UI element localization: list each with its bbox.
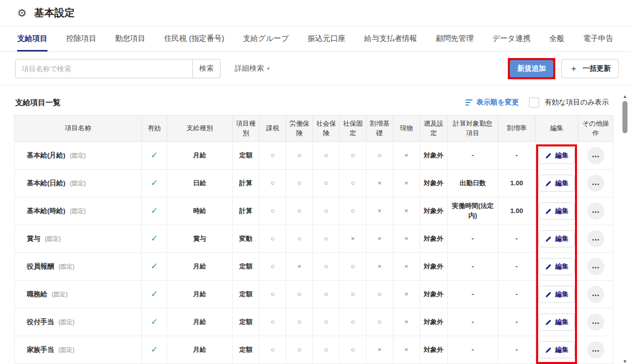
item-name: 役員報酬 [27, 263, 54, 270]
shaho-fixed-cell: ○ [340, 336, 366, 364]
scroll-up-icon[interactable]: ▲ [621, 94, 628, 99]
retroactive-cell: 対象外 [420, 142, 448, 170]
tab-item[interactable]: 電子申告 [583, 26, 613, 51]
tab-item[interactable]: 勤怠項目 [115, 26, 145, 51]
tab-item[interactable]: 支給項目 [17, 26, 47, 51]
edit-button[interactable]: 編集 [539, 147, 575, 164]
search-button[interactable]: 検索 [192, 59, 221, 78]
check-icon: ✓ [142, 170, 167, 197]
item-name: 家族手当 [27, 346, 54, 353]
taxable-cell: ○ [259, 142, 286, 170]
item-type-cell: 変動 [233, 225, 259, 253]
item-fixed-tag: (固定) [51, 291, 68, 298]
edit-button[interactable]: 編集 [539, 286, 575, 303]
tab-item[interactable]: 控除項目 [66, 26, 96, 51]
toolbar: 検索 詳細検索 ▾ 新規追加 ＋ 一括更新 [0, 52, 631, 85]
more-actions-button[interactable] [587, 175, 604, 192]
retroactive-cell: 対象外 [420, 281, 448, 308]
table-row: 役員報酬 (固定) ✓ 月給 定額 ○ × ○ ○ × × 対象外 - - 編集 [15, 253, 613, 281]
shaho-fixed-cell: ○ [340, 308, 366, 336]
tab-item[interactable]: 支給グループ [243, 26, 289, 51]
vertical-scrollbar[interactable]: ▲ ▼ [621, 94, 628, 364]
pencil-icon [545, 152, 552, 159]
edit-button[interactable]: 編集 [539, 175, 575, 192]
labor-insurance-cell: ○ [286, 281, 313, 308]
retroactive-cell: 対象外 [420, 170, 448, 197]
premium-rate-cell: 1.00 [498, 170, 536, 197]
tab-item[interactable]: 給与支払者情報 [364, 26, 417, 51]
scroll-down-icon[interactable]: ▼ [621, 359, 628, 364]
in-kind-cell: × [393, 142, 420, 170]
social-insurance-cell: ○ [313, 170, 340, 197]
tab-item[interactable]: 全般 [549, 26, 564, 51]
labor-insurance-cell: ○ [286, 336, 313, 364]
calc-attendance-item-cell: 出勤日数 [448, 170, 498, 197]
premium-rate-cell: - [498, 225, 536, 253]
item-fixed-tag: (固定) [70, 152, 86, 159]
change-display-order-link[interactable]: 表示順を変更 [465, 98, 519, 107]
sort-order-icon [465, 99, 472, 106]
premium-rate-cell: - [498, 281, 536, 308]
ellipsis-icon [592, 211, 599, 213]
pencil-icon [545, 264, 552, 270]
in-kind-cell: × [393, 197, 420, 225]
item-fixed-tag: (固定) [70, 180, 86, 187]
ellipsis-icon [592, 239, 599, 241]
check-icon: ✓ [142, 308, 167, 336]
active-only-label: 有効な項目のみ表示 [545, 98, 609, 107]
in-kind-cell: × [393, 281, 420, 308]
tab-item[interactable]: 住民税 (指定番号) [164, 26, 224, 51]
tab-item[interactable]: 振込元口座 [307, 26, 345, 51]
item-fixed-tag: (固定) [59, 319, 75, 326]
ellipsis-icon [592, 322, 599, 324]
edit-button[interactable]: 編集 [539, 314, 575, 331]
list-title: 支給項目一覧 [15, 98, 61, 108]
pay-type-cell: 月給 [167, 308, 233, 336]
edit-button-label: 編集 [555, 262, 568, 271]
more-actions-button[interactable] [587, 286, 604, 303]
search-input[interactable] [15, 59, 193, 78]
advanced-search-label: 詳細検索 [235, 64, 264, 73]
advanced-search-toggle[interactable]: 詳細検索 ▾ [235, 64, 270, 73]
calc-attendance-item-cell: 実働時間(法定内) [448, 197, 498, 225]
check-icon: ✓ [142, 336, 167, 364]
edit-button-label: 編集 [555, 290, 568, 299]
social-insurance-cell: ○ [313, 142, 340, 170]
edit-button-label: 編集 [555, 345, 568, 354]
edit-button[interactable]: 編集 [539, 258, 575, 275]
edit-button[interactable]: 編集 [539, 341, 575, 358]
item-name: 基本給(日給) [27, 179, 66, 187]
more-actions-button[interactable] [587, 341, 604, 358]
retroactive-cell: 対象外 [420, 336, 448, 364]
col-taxable: 課税 [259, 116, 286, 142]
item-fixed-tag: (固定) [45, 235, 61, 242]
active-only-checkbox[interactable] [529, 97, 539, 108]
premium-base-cell: ○ [366, 308, 393, 336]
col-shaho-fixed: 社保固定 [340, 116, 366, 142]
more-actions-button[interactable] [587, 202, 604, 220]
payment-items-table-wrap: 項目名称 有効 支給種別 項目種別 課税 労働保険 社会保険 社保固定 割増基礎… [0, 115, 631, 364]
ellipsis-icon [592, 294, 599, 296]
edit-button[interactable]: 編集 [539, 202, 575, 220]
item-name: 基本給(時給) [27, 207, 66, 215]
labor-insurance-cell: ○ [286, 170, 313, 197]
more-actions-button[interactable] [587, 230, 604, 247]
edit-button[interactable]: 編集 [539, 230, 575, 247]
tab-item[interactable]: 顧問先管理 [436, 26, 474, 51]
tab-item[interactable]: データ連携 [492, 26, 531, 51]
premium-base-cell: ○ [366, 281, 393, 308]
item-type-cell: 計算 [233, 197, 259, 225]
social-insurance-cell: ○ [313, 281, 340, 308]
social-insurance-cell: ○ [313, 253, 340, 281]
taxable-cell: ○ [259, 336, 286, 364]
table-row: 役付手当 (固定) ✓ 月給 定額 ○ ○ ○ ○ ○ × 対象外 - - 編集 [15, 308, 613, 336]
bulk-update-button[interactable]: ＋ 一括更新 [561, 59, 619, 78]
more-actions-button[interactable] [587, 314, 604, 331]
bulk-update-label: 一括更新 [583, 64, 611, 73]
scrollbar-thumb[interactable] [622, 101, 627, 133]
pay-type-cell: 賞与 [167, 225, 233, 253]
more-actions-button[interactable] [587, 147, 604, 164]
more-actions-button[interactable] [587, 258, 604, 275]
add-new-button[interactable]: 新規追加 [510, 60, 553, 77]
labor-insurance-cell: ○ [286, 308, 313, 336]
